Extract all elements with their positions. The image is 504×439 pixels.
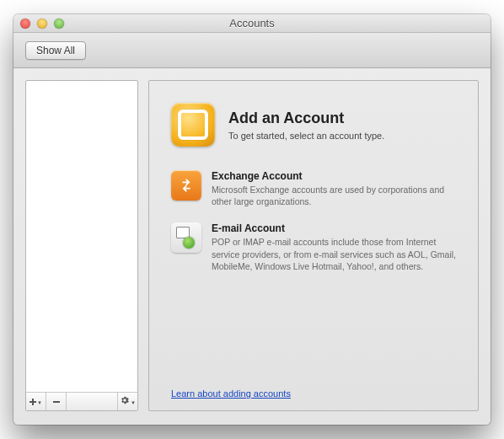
account-actions-button[interactable]: ▼ bbox=[117, 393, 137, 410]
option-text: E-mail Account POP or IMAP e-mail accoun… bbox=[212, 222, 456, 272]
option-description: POP or IMAP e-mail accounts include thos… bbox=[212, 236, 456, 272]
plus-icon bbox=[29, 399, 36, 405]
remove-account-button[interactable] bbox=[46, 393, 67, 410]
gear-icon bbox=[120, 395, 130, 408]
option-description: Microsoft Exchange accounts are used by … bbox=[212, 184, 456, 207]
option-text: Exchange Account Microsoft Exchange acco… bbox=[212, 170, 456, 207]
titlebar: Accounts bbox=[13, 14, 491, 33]
accounts-list[interactable] bbox=[26, 81, 137, 392]
option-email-account[interactable]: E-mail Account POP or IMAP e-mail accoun… bbox=[171, 222, 456, 272]
option-exchange-account[interactable]: Exchange Account Microsoft Exchange acco… bbox=[171, 170, 456, 207]
sidebar-footer: ▼ ▼ bbox=[26, 392, 137, 410]
chevron-down-icon: ▼ bbox=[37, 400, 42, 405]
outlook-icon bbox=[171, 103, 215, 147]
option-title: E-mail Account bbox=[212, 222, 456, 234]
accounts-window: Accounts Show All ▼ ▼ bbox=[13, 14, 491, 425]
toolbar: Show All bbox=[13, 33, 491, 68]
page-subtitle: To get started, select an account type. bbox=[228, 131, 384, 141]
exchange-icon bbox=[171, 170, 201, 201]
option-title: Exchange Account bbox=[212, 170, 456, 182]
learn-about-adding-accounts-link[interactable]: Learn about adding accounts bbox=[171, 388, 291, 399]
minus-icon bbox=[53, 401, 60, 403]
hero-text: Add an Account To get started, select an… bbox=[228, 110, 384, 141]
window-title: Accounts bbox=[13, 17, 491, 29]
add-account-button[interactable]: ▼ bbox=[26, 393, 46, 410]
show-all-button[interactable]: Show All bbox=[25, 41, 86, 60]
chevron-down-icon: ▼ bbox=[131, 400, 136, 405]
main-panel: Add an Account To get started, select an… bbox=[148, 80, 479, 411]
email-plus-icon bbox=[171, 222, 201, 253]
accounts-sidebar: ▼ ▼ bbox=[25, 80, 138, 411]
page-title: Add an Account bbox=[228, 110, 384, 127]
content-area: ▼ ▼ Add an Account To get started, bbox=[13, 68, 491, 425]
hero: Add an Account To get started, select an… bbox=[171, 103, 456, 147]
